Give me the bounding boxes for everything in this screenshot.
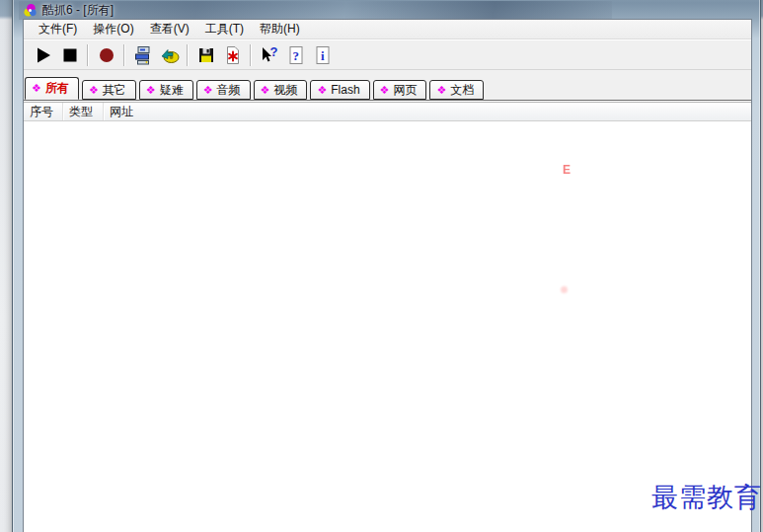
category-tabbar: ❖ 所有 ❖ 其它 ❖ 疑难 ❖ 音频 ❖ 视频: [24, 76, 751, 100]
tab-document[interactable]: ❖ 文档: [429, 80, 484, 100]
tab-video[interactable]: ❖ 视频: [254, 80, 308, 100]
help-topics-button[interactable]: ?: [282, 42, 309, 67]
menu-tools[interactable]: 工具(T): [198, 19, 251, 39]
svg-text:?: ?: [292, 47, 299, 62]
tab-audio[interactable]: ❖ 音频: [196, 80, 251, 100]
stop-button[interactable]: [56, 42, 83, 67]
svg-text:i: i: [321, 47, 325, 62]
record-button[interactable]: [93, 42, 119, 67]
diamond-icon: ❖: [261, 85, 270, 96]
help-topics-icon: ?: [286, 45, 306, 65]
about-icon: i: [313, 45, 333, 65]
stop-icon: [60, 45, 80, 65]
browse-disk-icon: [160, 45, 180, 65]
record-icon: [97, 45, 116, 65]
toolbar-separator: [250, 44, 252, 66]
column-header-index[interactable]: 序号: [24, 103, 63, 120]
tab-other[interactable]: ❖ 其它: [82, 80, 136, 100]
menu-help[interactable]: 帮助(H): [253, 19, 307, 39]
delete-button[interactable]: [219, 42, 246, 67]
desktop-background: 酷抓6 - [所有] – ◻ ✕ 文件(F) 操作(O) 查看(V) 工具(T)…: [0, 0, 763, 532]
diamond-icon: ❖: [380, 85, 390, 96]
capture-list-body: [24, 121, 751, 532]
toolbar-separator: [187, 44, 189, 66]
capture-settings-icon: [133, 45, 153, 65]
tab-flash[interactable]: ❖ Flash: [310, 80, 369, 100]
diamond-icon: ❖: [436, 85, 446, 96]
svg-text:?: ?: [269, 45, 277, 59]
save-button[interactable]: [192, 42, 219, 67]
play-button[interactable]: [30, 42, 56, 67]
browse-disk-button[interactable]: [156, 42, 183, 67]
diamond-icon: ❖: [32, 83, 41, 94]
tab-difficult[interactable]: ❖ 疑难: [139, 80, 193, 100]
app-window: 酷抓6 - [所有] – ◻ ✕ 文件(F) 操作(O) 查看(V) 工具(T)…: [12, 0, 761, 532]
title-bar: 酷抓6 - [所有]: [19, 1, 612, 20]
diamond-icon: ❖: [203, 85, 213, 96]
diamond-icon: ❖: [89, 85, 99, 96]
toolbar-separator: [87, 44, 89, 66]
capture-settings-button[interactable]: [129, 42, 156, 67]
app-icon[interactable]: [23, 3, 38, 18]
window-title: 酷抓6 - [所有]: [42, 2, 114, 19]
client-area: 文件(F) 操作(O) 查看(V) 工具(T) 帮助(H): [23, 19, 752, 532]
toolbar-separator: [123, 44, 125, 66]
menu-bar: 文件(F) 操作(O) 查看(V) 工具(T) 帮助(H): [24, 20, 751, 39]
list-header: 序号 类型 网址: [24, 103, 751, 121]
tab-webpage[interactable]: ❖ 网页: [373, 80, 427, 100]
context-help-button[interactable]: ?: [256, 42, 282, 67]
diamond-icon: ❖: [317, 85, 327, 96]
about-button[interactable]: i: [309, 42, 336, 67]
save-icon: [196, 45, 216, 65]
play-icon: [34, 45, 53, 65]
column-header-type[interactable]: 类型: [63, 103, 104, 120]
faint-pink-dot: [561, 286, 568, 293]
diamond-icon: ❖: [146, 85, 156, 96]
tab-all[interactable]: ❖ 所有: [25, 77, 79, 100]
watermark-text: 最需教育: [651, 480, 762, 515]
toolbar: ? ? i: [24, 39, 751, 70]
context-help-icon: ?: [260, 45, 279, 65]
delete-icon: [223, 45, 243, 65]
menu-operate[interactable]: 操作(O): [86, 19, 140, 39]
column-header-url[interactable]: 网址: [104, 103, 751, 120]
menu-file[interactable]: 文件(F): [32, 19, 84, 39]
red-artifact-mark: E: [563, 163, 571, 177]
menu-view[interactable]: 查看(V): [143, 19, 196, 39]
